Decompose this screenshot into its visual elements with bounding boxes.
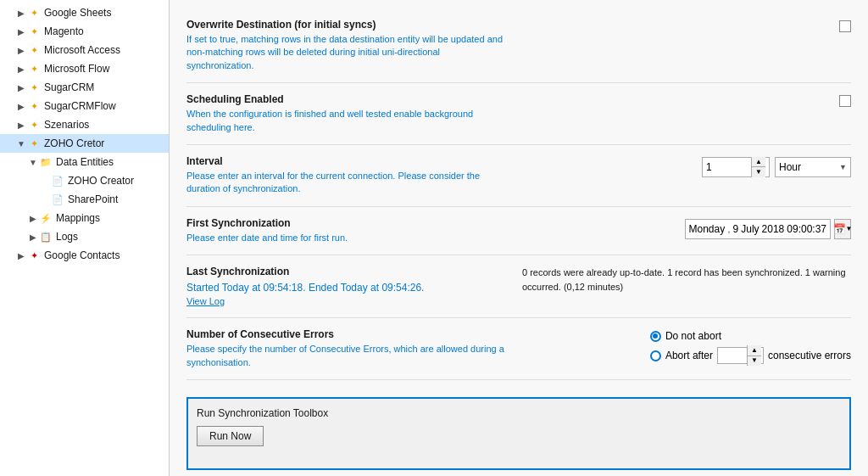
sidebar-item-mappings[interactable]: ▶ ⚡ Mappings — [0, 209, 169, 227]
do-not-abort-label: Do not abort — [665, 330, 721, 342]
first-sync-title: First Synchronization — [186, 217, 678, 229]
expand-icon: ▶ — [15, 27, 27, 36]
expand-icon: ▶ — [15, 251, 27, 260]
interval-value-input[interactable] — [706, 161, 740, 173]
consecutive-title: Number of Consecutive Errors — [186, 328, 643, 340]
sidebar-item-label: SugarCRMFlow — [44, 100, 116, 112]
sidebar-item-label: Logs — [56, 231, 78, 243]
interval-spin-buttons[interactable]: ▲ ▼ — [751, 157, 765, 177]
interval-unit-select[interactable]: Hour ▼ — [775, 157, 851, 177]
do-not-abort-row: Do not abort — [650, 330, 721, 342]
abort-spinbox[interactable]: ▲ ▼ — [717, 347, 764, 364]
sidebar-item-microsoft-flow[interactable]: ▶ ✦ Microsoft Flow — [0, 59, 169, 78]
consecutive-section: Number of Consecutive Errors Please spec… — [186, 318, 851, 380]
interval-section: Interval Please enter an interval for th… — [186, 145, 851, 207]
sidebar-item-logs[interactable]: ▶ 📋 Logs — [0, 227, 169, 246]
expand-icon: ▶ — [15, 83, 27, 92]
sidebar-item-label: ZOHO Creator — [68, 175, 134, 187]
sidebar-item-zoho-cretor[interactable]: ▼ ✦ ZOHO Cretor — [0, 134, 169, 153]
log-icon: 📋 — [39, 230, 53, 244]
abort-after-row: Abort after ▲ ▼ consecutive errors — [650, 347, 851, 364]
last-sync-section: Last Synchronization Started Today at 09… — [186, 255, 851, 318]
folder-icon: 📁 — [39, 155, 53, 169]
abort-down-button[interactable]: ▼ — [748, 356, 761, 367]
interval-up-button[interactable]: ▲ — [752, 157, 765, 168]
last-sync-status: 0 records were already up-to-date. 1 rec… — [522, 266, 851, 294]
expand-icon: ▶ — [15, 102, 27, 111]
overwrite-section: Overwrite Destination (for initial syncs… — [186, 8, 851, 83]
sidebar-item-label: Microsoft Flow — [44, 63, 109, 75]
calendar-icon: 📅 — [833, 223, 846, 235]
interval-down-button[interactable]: ▼ — [752, 167, 765, 177]
first-sync-month: July — [741, 223, 759, 235]
gear-icon: ✦ — [27, 137, 41, 150]
settings-area: Overwrite Destination (for initial syncs… — [170, 0, 868, 389]
interval-spinbox[interactable]: ▲ ▼ — [702, 157, 770, 177]
sidebar-item-microsoft-access[interactable]: ▶ ✦ Microsoft Access — [0, 41, 169, 59]
sidebar-item-label: ZOHO Cretor — [44, 137, 104, 149]
abort-up-button[interactable]: ▲ — [748, 345, 761, 356]
view-log-link[interactable]: View Log — [186, 296, 225, 306]
sidebar-item-label: Microsoft Access — [44, 44, 120, 56]
page-icon: 📄 — [51, 174, 64, 188]
expand-icon: ▶ — [15, 8, 27, 18]
main-content: Overwrite Destination (for initial syncs… — [170, 0, 868, 476]
sidebar-item-sugarcrmflow[interactable]: ▶ ✦ SugarCRMFlow — [0, 97, 169, 115]
first-sync-year: 2018 — [762, 223, 785, 235]
last-sync-desc: Started Today at 09:54:18. Ended Today a… — [186, 282, 424, 294]
gear-icon: ✦ — [27, 99, 41, 113]
dropdown-arrow-icon: ▼ — [846, 225, 853, 232]
gear-icon: ✦ — [27, 25, 41, 38]
sidebar-item-google-contacts[interactable]: ▶ ✦ Google Contacts — [0, 246, 169, 265]
sidebar: ▶ ✦ Google Sheets ▶ ✦ Magento ▶ ✦ Micros… — [0, 0, 170, 476]
interval-title: Interval — [186, 155, 695, 167]
calendar-button[interactable]: 📅 ▼ — [834, 219, 851, 239]
first-sync-day: Monday — [689, 223, 726, 235]
sidebar-item-magento[interactable]: ▶ ✦ Magento — [0, 22, 169, 41]
abort-after-radio[interactable] — [650, 350, 661, 361]
abort-after-label: Abort after — [665, 350, 713, 361]
overwrite-title: Overwrite Destination (for initial syncs… — [186, 19, 832, 31]
expand-icon: ▼ — [27, 158, 39, 167]
run-now-button[interactable]: Run Now — [197, 426, 264, 446]
interval-unit-label: Hour — [779, 161, 801, 173]
sidebar-item-sharepoint[interactable]: 📄 SharePoint — [0, 190, 169, 209]
first-sync-date-field[interactable]: Monday , 9 July 2018 09:00:37 — [685, 219, 832, 239]
expand-icon: ▶ — [15, 64, 27, 74]
sidebar-item-label: SharePoint — [68, 193, 118, 205]
toolbox-content: Run Now — [197, 426, 841, 460]
sidebar-item-zoho-creator[interactable]: 📄 ZOHO Creator — [0, 171, 169, 190]
gear-icon: ✦ — [27, 81, 41, 94]
sidebar-item-label: SugarCRM — [44, 81, 94, 93]
sidebar-item-label: Google Contacts — [44, 249, 120, 261]
sidebar-item-label: Google Sheets — [44, 7, 111, 19]
scheduling-checkbox[interactable] — [839, 95, 851, 107]
scheduling-section: Scheduling Enabled When the configuratio… — [186, 83, 851, 145]
sidebar-item-google-sheets[interactable]: ▶ ✦ Google Sheets — [0, 3, 169, 22]
gear-icon: ✦ — [27, 62, 41, 76]
sidebar-item-label: Mappings — [56, 212, 100, 224]
abort-value-input[interactable] — [720, 350, 745, 361]
sidebar-item-label: Data Entities — [56, 156, 114, 168]
interval-desc: Please enter an interval for the current… — [186, 170, 509, 196]
do-not-abort-radio[interactable] — [650, 331, 661, 342]
gear-icon: ✦ — [27, 118, 41, 132]
first-sync-section: First Synchronization Please enter date … — [186, 207, 851, 255]
sidebar-item-data-entities[interactable]: ▼ 📁 Data Entities — [0, 153, 169, 171]
overwrite-desc: If set to true, matching rows in the dat… — [186, 33, 509, 72]
gear-icon: ✦ — [27, 6, 41, 20]
sidebar-item-label: Szenarios — [44, 119, 89, 131]
sidebar-item-szenarios[interactable]: ▶ ✦ Szenarios — [0, 115, 169, 134]
expand-icon: ▼ — [15, 139, 27, 148]
expand-icon: ▶ — [15, 120, 27, 130]
consecutive-desc: Please specify the number of Consecutive… — [186, 343, 509, 369]
consecutive-errors-label: consecutive errors — [768, 350, 851, 361]
abort-spin-buttons[interactable]: ▲ ▼ — [747, 345, 761, 366]
first-sync-time: 09:00:37 — [787, 223, 826, 235]
first-sync-desc: Please enter date and time for first run… — [186, 232, 509, 244]
overwrite-checkbox[interactable] — [839, 20, 851, 32]
scheduling-title: Scheduling Enabled — [186, 93, 832, 105]
dropdown-arrow-icon: ▼ — [839, 163, 847, 171]
sidebar-item-sugarcrm[interactable]: ▶ ✦ SugarCRM — [0, 78, 169, 97]
page-icon: 📄 — [51, 193, 64, 206]
